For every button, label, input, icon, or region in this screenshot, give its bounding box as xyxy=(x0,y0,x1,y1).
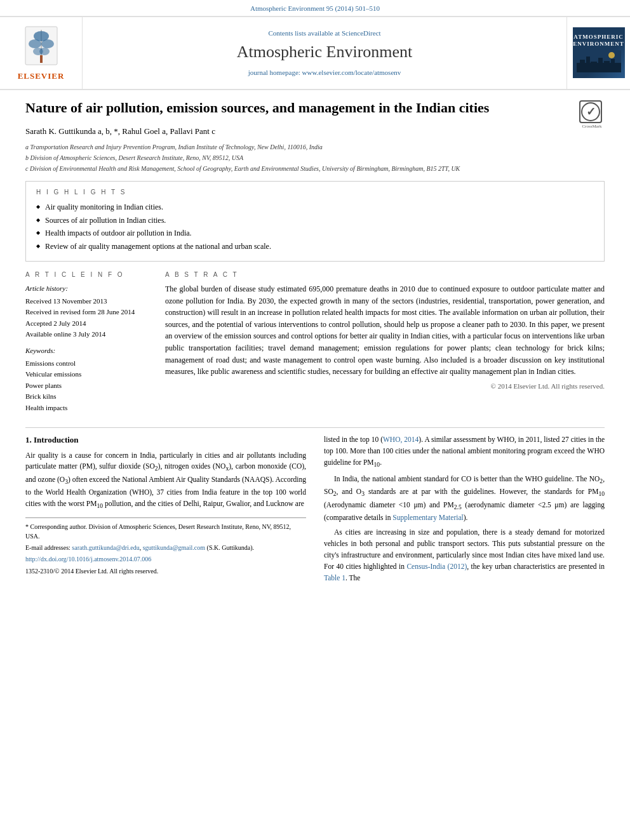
svg-rect-13 xyxy=(598,58,603,72)
intro-heading: 1. Introduction xyxy=(25,434,306,446)
highlight-item-3: Health impacts of outdoor air pollution … xyxy=(36,228,594,239)
doi-line: http://dx.doi.org/10.1016/j.atmosenv.201… xyxy=(25,554,306,564)
authors-text: Sarath K. Guttikunda a, b, *, Rahul Goel… xyxy=(25,126,215,136)
history-label: Article history: xyxy=(25,283,152,295)
svg-rect-10 xyxy=(580,60,585,72)
sciencedirect-link[interactable]: Contents lists available at ScienceDirec… xyxy=(268,29,380,38)
journal-header: ELSEVIER Contents lists available at Sci… xyxy=(0,16,630,90)
keyword-1: Emissions control xyxy=(25,358,152,370)
affiliations: a Transportation Research and Injury Pre… xyxy=(25,142,605,173)
email-line: E-mail addresses: sarath.guttikunda@dri.… xyxy=(25,543,306,552)
supplementary-link[interactable]: Supplementary Material xyxy=(392,514,463,521)
svg-point-4 xyxy=(41,39,54,48)
elsevier-emblem-icon xyxy=(22,23,60,68)
crossmark-icon: ✓ xyxy=(580,102,601,122)
intro-para-3: In India, the national ambient standard … xyxy=(324,474,605,523)
highlights-title: H I G H L I G H T S xyxy=(36,188,594,197)
title-row: Nature of air pollution, emission source… xyxy=(25,99,605,126)
table1-link[interactable]: Table 1 xyxy=(324,574,345,582)
affil-b: b Division of Atmospheric Sciences, Dese… xyxy=(25,153,605,163)
article-info-content: Article history: Received 13 November 20… xyxy=(25,283,152,414)
keyword-3: Power plants xyxy=(25,380,152,392)
journal-citation: Atmospheric Environment 95 (2014) 501–51… xyxy=(250,4,380,12)
keyword-5: Health impacts xyxy=(25,403,152,414)
article-info-column: A R T I C L E I N F O Article history: R… xyxy=(25,270,152,419)
svg-text:✓: ✓ xyxy=(586,105,596,118)
crossmark-label: CrossMark xyxy=(579,124,605,130)
elsevier-logo: ELSEVIER xyxy=(18,23,65,82)
header-center: Contents lists available at ScienceDirec… xyxy=(83,17,566,88)
copyright-notice: © 2014 Elsevier Ltd. All rights reserved… xyxy=(165,382,605,391)
intro-para-4: As cities are increasing in size and pop… xyxy=(324,527,605,583)
section-divider xyxy=(25,427,605,428)
issn-line: 1352-2310/© 2014 Elsevier Ltd. All right… xyxy=(25,566,306,576)
affil-a: a Transportation Research and Injury Pre… xyxy=(25,142,605,152)
email-link-2[interactable]: sguttikunda@gmail.com xyxy=(143,544,205,551)
intro-para-1: Air quality is a cause for concern in In… xyxy=(25,450,306,511)
highlights-box: H I G H L I G H T S Air quality monitori… xyxy=(25,181,605,262)
email-suffix: (S.K. Guttikunda). xyxy=(207,544,254,551)
sciencedirect-text: Contents lists available at ScienceDirec… xyxy=(268,29,380,37)
affil-c: c Division of Environmental Health and R… xyxy=(25,164,605,173)
svg-rect-11 xyxy=(586,57,590,72)
svg-rect-15 xyxy=(611,59,615,72)
highlight-item-4: Review of air quality management options… xyxy=(36,241,594,252)
body-section: 1. Introduction Air quality is a cause f… xyxy=(25,434,605,587)
badge-title-text: ATMOSPHERICENVIRONMENT xyxy=(573,34,624,48)
badge-image xyxy=(577,50,621,72)
atmospheric-environment-badge: ATMOSPHERICENVIRONMENT xyxy=(573,27,625,78)
journal-title-header: Atmospheric Environment xyxy=(237,41,413,63)
crossmark-badge[interactable]: ✓ CrossMark xyxy=(579,100,605,126)
email-label: E-mail addresses: xyxy=(25,544,70,551)
revised-date: Received in revised form 28 June 2014 xyxy=(25,307,152,318)
doi-link[interactable]: http://dx.doi.org/10.1016/j.atmosenv.201… xyxy=(25,556,151,563)
intro-right-text: listed in the top 10 (WHO, 2014). A simi… xyxy=(324,434,605,583)
census-link[interactable]: Census-India (2012) xyxy=(406,563,467,570)
keyword-2: Vehicular emissions xyxy=(25,369,152,380)
keyword-4: Brick kilns xyxy=(25,391,152,403)
article-history-group: Article history: Received 13 November 20… xyxy=(25,283,152,340)
crossmark-inner: ✓ xyxy=(579,100,602,123)
svg-point-6 xyxy=(39,48,50,55)
badge-area: ATMOSPHERICENVIRONMENT xyxy=(566,17,630,88)
journal-reference: Atmospheric Environment 95 (2014) 501–51… xyxy=(0,0,630,16)
intro-number: 1. xyxy=(25,435,32,444)
svg-point-3 xyxy=(29,39,41,48)
authors-line: Sarath K. Guttikunda a, b, *, Rahul Goel… xyxy=(25,126,605,137)
article-title: Nature of air pollution, emission source… xyxy=(25,99,573,117)
corresponding-note: * Corresponding author. Division of Atmo… xyxy=(25,522,306,541)
svg-point-16 xyxy=(608,52,615,58)
keywords-label: Keywords: xyxy=(25,345,152,357)
svg-rect-12 xyxy=(591,62,597,72)
email-link-1[interactable]: sarath.guttikunda@dri.edu xyxy=(72,544,139,551)
who-link[interactable]: WHO, 2014 xyxy=(383,436,419,443)
body-left-column: 1. Introduction Air quality is a cause f… xyxy=(25,434,306,587)
info-abstract-section: A R T I C L E I N F O Article history: R… xyxy=(25,270,605,419)
abstract-column: A B S T R A C T The global burden of dis… xyxy=(165,270,605,419)
available-date: Available online 3 July 2014 xyxy=(25,329,152,340)
intro-left-text: Air quality is a cause for concern in In… xyxy=(25,450,306,511)
received-date: Received 13 November 2013 xyxy=(25,296,152,307)
journal-homepage-link[interactable]: journal homepage: www.elsevier.com/locat… xyxy=(248,68,401,77)
intro-title: Introduction xyxy=(34,435,79,444)
highlight-item-2: Sources of air pollution in Indian citie… xyxy=(36,215,594,226)
footnote-area: * Corresponding author. Division of Atmo… xyxy=(25,517,306,576)
abstract-text: The global burden of disease study estim… xyxy=(165,283,605,378)
article-info-label: A R T I C L E I N F O xyxy=(25,270,152,279)
elsevier-label: ELSEVIER xyxy=(18,70,65,82)
svg-rect-14 xyxy=(604,61,610,72)
main-content: Nature of air pollution, emission source… xyxy=(0,90,630,594)
body-right-column: listed in the top 10 (WHO, 2014). A simi… xyxy=(324,434,605,587)
page: Atmospheric Environment 95 (2014) 501–51… xyxy=(0,0,630,840)
keywords-group: Keywords: Emissions control Vehicular em… xyxy=(25,345,152,414)
accepted-date: Accepted 2 July 2014 xyxy=(25,318,152,330)
abstract-label: A B S T R A C T xyxy=(165,270,605,279)
elsevier-logo-area: ELSEVIER xyxy=(0,17,83,88)
highlight-item-1: Air quality monitoring in Indian cities. xyxy=(36,202,594,213)
svg-rect-7 xyxy=(40,55,43,63)
intro-para-2: listed in the top 10 (WHO, 2014). A simi… xyxy=(324,434,605,470)
